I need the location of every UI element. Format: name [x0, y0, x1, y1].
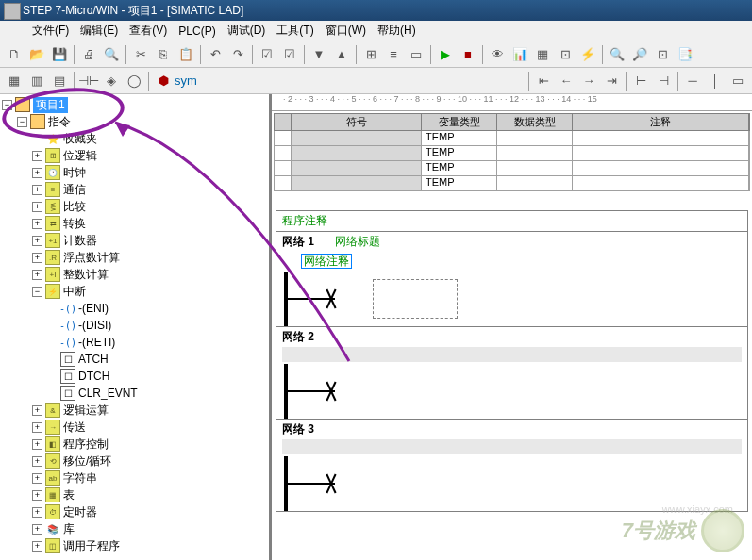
box-icon[interactable]: ▭	[727, 71, 748, 91]
var-row[interactable]: TEMP	[274, 176, 750, 191]
view2-icon[interactable]: ▥	[26, 71, 47, 91]
expand-icon[interactable]: +	[32, 219, 42, 229]
project-tree[interactable]: −项目1 −指令 ⭐收藏夹 +⊞位逻辑 +🕐时钟 +≡通信 +⋚比较 +⇄转换 …	[0, 94, 272, 560]
collapse-icon[interactable]: −	[2, 100, 12, 110]
fit-icon[interactable]: ⊡	[652, 44, 673, 65]
expand-icon[interactable]: +	[32, 507, 42, 518]
tree-interrupt[interactable]: −⚡中断	[2, 283, 267, 300]
tree-commands[interactable]: −指令	[2, 113, 267, 130]
vline-icon[interactable]: │	[705, 71, 726, 91]
tree-reti[interactable]: -()-(RETI)	[2, 334, 267, 351]
expand-icon[interactable]: +	[32, 405, 42, 416]
menu-debug[interactable]: 调试(D)	[222, 23, 272, 39]
tree-dtch[interactable]: ☐DTCH	[2, 368, 267, 385]
tree-compare[interactable]: +⋚比较	[2, 198, 267, 215]
branch-open-icon[interactable]: ⊢	[630, 71, 651, 91]
network-title[interactable]: 网络标题	[333, 235, 382, 248]
chart-icon[interactable]: 📊	[510, 44, 530, 65]
tree-progctrl[interactable]: +◧程序控制	[2, 436, 267, 453]
ladder-rung[interactable]	[284, 364, 747, 419]
tree-sub[interactable]: +◫调用子程序	[2, 537, 267, 554]
network-2[interactable]: 网络 2	[276, 327, 747, 420]
new-icon[interactable]: 🗋	[4, 44, 25, 65]
cut-icon[interactable]: ✂	[130, 44, 151, 65]
expand-icon[interactable]: +	[32, 151, 42, 161]
preview-icon[interactable]: 🔍	[101, 44, 122, 65]
compile-icon[interactable]: ☑	[257, 44, 277, 65]
var-row[interactable]: TEMP	[274, 146, 750, 161]
tree-bitlogic[interactable]: +⊞位逻辑	[2, 147, 267, 164]
view3-icon[interactable]: ▤	[49, 71, 70, 91]
network-3[interactable]: 网络 3	[276, 420, 747, 511]
expand-icon[interactable]: +	[32, 236, 42, 246]
address-icon[interactable]: sym	[175, 71, 196, 91]
network-comment[interactable]: 网络注释	[301, 254, 352, 269]
menu-tools[interactable]: 工具(T)	[271, 23, 319, 39]
menu-edit[interactable]: 编辑(E)	[75, 23, 124, 39]
symbol-icon[interactable]: ⬢	[153, 71, 174, 91]
fbd-icon[interactable]: ▭	[406, 44, 426, 65]
ref-icon[interactable]: 📑	[675, 44, 695, 65]
expand-icon[interactable]: +	[32, 168, 42, 178]
print-icon[interactable]: 🖨	[78, 44, 99, 65]
menu-help[interactable]: 帮助(H)	[372, 23, 422, 39]
nav-first-icon[interactable]: ⇤	[533, 71, 554, 91]
expand-icon[interactable]: +	[32, 202, 42, 212]
download-icon[interactable]: ▼	[309, 44, 329, 65]
line-icon[interactable]: ─	[682, 71, 703, 91]
tree-convert[interactable]: +⇄转换	[2, 215, 267, 232]
status-icon[interactable]: ⊡	[555, 44, 576, 65]
tree-root[interactable]: −项目1	[2, 96, 267, 113]
tree-library[interactable]: +📚库	[2, 520, 267, 537]
run-icon[interactable]: ▶	[435, 44, 456, 65]
ladder-rung[interactable]	[284, 272, 747, 326]
zoom-in-icon[interactable]: 🔍	[607, 44, 627, 65]
tree-int[interactable]: ++I整数计算	[2, 266, 267, 283]
view1-icon[interactable]: ▦	[4, 71, 25, 91]
menu-file[interactable]: 文件(F)	[26, 23, 75, 39]
expand-icon[interactable]: +	[32, 270, 42, 280]
stop-icon[interactable]: ■	[458, 44, 478, 65]
expand-icon[interactable]: +	[32, 473, 42, 484]
expand-icon[interactable]: +	[32, 185, 42, 195]
redo-icon[interactable]: ↷	[227, 44, 248, 65]
undo-icon[interactable]: ↶	[205, 44, 226, 65]
tree-counter[interactable]: ++1计数器	[2, 232, 267, 249]
var-table[interactable]: TEMP TEMP TEMP TEMP	[274, 131, 750, 191]
tree-disi[interactable]: -()-(DISI)	[2, 317, 267, 334]
tree-table[interactable]: +▦表	[2, 486, 267, 503]
paste-icon[interactable]: 📋	[175, 44, 196, 65]
force-icon[interactable]: ⚡	[577, 44, 598, 65]
zoom-out-icon[interactable]: 🔎	[629, 44, 650, 65]
tree-timer[interactable]: +⏱定时器	[2, 503, 267, 520]
contact-nc-icon[interactable]: ◈	[101, 71, 122, 91]
tree-atch[interactable]: ☐ATCH	[2, 351, 267, 368]
upload-icon[interactable]: ▲	[331, 44, 352, 65]
program-comment[interactable]: 程序注释	[276, 211, 747, 232]
network-1[interactable]: 网络 1网络标题 网络注释	[276, 232, 747, 327]
tree-favorites[interactable]: ⭐收藏夹	[2, 130, 267, 147]
nav-last-icon[interactable]: ⇥	[601, 71, 622, 91]
compile-all-icon[interactable]: ☑	[279, 44, 300, 65]
var-row[interactable]: TEMP	[274, 131, 750, 146]
nav-prev-icon[interactable]: ←	[556, 71, 577, 91]
collapse-icon[interactable]: −	[32, 287, 42, 297]
expand-icon[interactable]: +	[32, 524, 42, 535]
expand-icon[interactable]: +	[32, 439, 42, 450]
menu-view[interactable]: 查看(V)	[124, 23, 173, 39]
nav-next-icon[interactable]: →	[578, 71, 599, 91]
expand-icon[interactable]: +	[32, 490, 42, 501]
contact-no-icon[interactable]: ⊣⊢	[78, 71, 99, 91]
copy-icon[interactable]: ⎘	[153, 44, 174, 65]
ladder-area[interactable]: 程序注释 网络 1网络标题 网络注释 网络 2 网络 3	[276, 210, 748, 512]
stl-icon[interactable]: ≡	[383, 44, 404, 65]
tree-eni[interactable]: -()-(ENI)	[2, 300, 267, 317]
expand-icon[interactable]: +	[32, 422, 42, 433]
save-icon[interactable]: 💾	[49, 44, 70, 65]
expand-icon[interactable]: +	[32, 456, 42, 467]
tree-clock[interactable]: +🕐时钟	[2, 164, 267, 181]
coil-icon[interactable]: ◯	[124, 71, 144, 91]
tree-string[interactable]: +ab字符串	[2, 469, 267, 486]
tree-clrevnt[interactable]: ☐CLR_EVNT	[2, 385, 267, 402]
table-icon[interactable]: ▦	[532, 44, 553, 65]
